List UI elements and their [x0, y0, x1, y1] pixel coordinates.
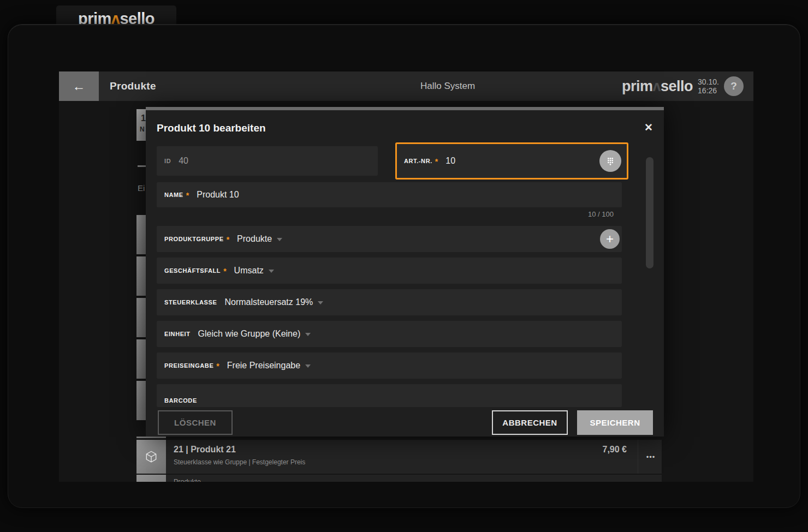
barcode-field[interactable]: BARCODE [157, 384, 622, 407]
row-menu-button[interactable]: ••• [640, 441, 662, 473]
name-field[interactable]: NAME * Produkt 10 [157, 182, 622, 207]
id-value: 40 [179, 156, 188, 166]
plus-icon: + [606, 231, 614, 247]
partial-row-text: 1 [141, 113, 146, 123]
divider-partial [138, 165, 146, 167]
row-divider [638, 440, 638, 474]
required-asterisk: * [223, 267, 226, 276]
app-header: ← Produkte Hallo System primʌsello 30.10… [59, 71, 753, 101]
chevron-down-icon [269, 270, 274, 273]
primasello-logo-header: primʌsello [622, 78, 693, 95]
chevron-down-icon [305, 333, 311, 336]
question-mark-icon: ? [730, 80, 737, 92]
preiseingabe-select[interactable]: PREISEINGABE * Freie Preiseingabe [157, 352, 622, 379]
id-label: ID [164, 158, 171, 164]
artnr-field[interactable]: ART.-NR. * 10 [395, 142, 628, 180]
produktgruppe-value: Produkte [237, 234, 272, 244]
group-tile [136, 475, 166, 482]
screen: primʌsello ← Produkte Hallo System primʌ… [0, 0, 808, 532]
ellipsis-icon: ••• [646, 453, 656, 461]
produktgruppe-select[interactable]: PRODUKTGRUPPE * Produkte [157, 226, 622, 252]
einheit-label: EINHEIT [164, 331, 191, 337]
cube-icon [144, 450, 158, 464]
logo-caret-icon: ʌ [653, 78, 661, 94]
product-row-subtitle: Steuerklasse wie Gruppe | Festgelegter P… [174, 458, 305, 466]
help-button[interactable]: ? [724, 76, 744, 96]
geschaeftsfall-value: Umsatz [234, 266, 264, 276]
einheit-value: Gleich wie Gruppe (Keine) [198, 329, 301, 339]
artnr-value: 10 [445, 156, 455, 166]
edit-product-modal: Produkt 10 bearbeiten ✕ ID 40 ART.-NR. *… [146, 107, 664, 437]
add-group-button[interactable]: + [600, 229, 620, 249]
chevron-down-icon [318, 301, 323, 304]
produktgruppe-label: PRODUKTGRUPPE [164, 236, 224, 242]
close-button[interactable]: ✕ [644, 121, 653, 134]
name-value: Produkt 10 [197, 190, 239, 200]
steuerklasse-select[interactable]: STEUERKLASSE Normalsteuersatz 19% [157, 289, 622, 315]
date-text: 30.10. [698, 77, 719, 86]
logo-text-sello: sello [661, 78, 693, 94]
header-right-cluster: primʌsello 30.10. 16:26 ? [622, 71, 744, 101]
product-row-price: 7,90 € [568, 445, 627, 455]
partial-row-text: N [140, 125, 145, 133]
logo-text-prim: prim [622, 78, 653, 94]
product-row-21[interactable]: 21 | Produkt 21 Steuerklasse wie Gruppe … [136, 440, 662, 474]
einheit-select[interactable]: EINHEIT Gleich wie Gruppe (Keine) [157, 321, 622, 347]
geschaeftsfall-select[interactable]: GESCHÄFTSFALL * Umsatz [157, 258, 622, 284]
dialpad-icon [604, 155, 616, 167]
group-row-produkte[interactable]: Produkte [136, 475, 662, 482]
save-button[interactable]: SPEICHERN [577, 410, 653, 435]
time-text: 16:26 [698, 86, 719, 95]
id-field: ID 40 [157, 146, 378, 176]
steuerklasse-value: Normalsteuersatz 19% [224, 297, 313, 307]
row-edge-partial [136, 437, 166, 438]
artnr-label: ART.-NR. [404, 158, 432, 164]
chevron-down-icon [277, 238, 282, 241]
chevron-down-icon [305, 364, 311, 368]
numpad-button[interactable] [599, 150, 621, 172]
product-tile [136, 440, 166, 474]
name-char-counter: 10 / 100 [588, 210, 614, 218]
required-asterisk: * [216, 362, 219, 370]
back-arrow-icon: ← [73, 79, 86, 94]
name-label: NAME [164, 192, 183, 198]
preiseingabe-value: Freie Preiseingabe [227, 361, 300, 370]
barcode-label: BARCODE [164, 397, 197, 404]
back-button[interactable]: ← [59, 71, 99, 101]
required-asterisk: * [435, 157, 438, 166]
partial-label: Ei [138, 183, 145, 193]
datetime-display: 30.10. 16:26 [698, 77, 719, 95]
geschaeftsfall-label: GESCHÄFTSFALL [164, 267, 221, 274]
modal-scrollbar-thumb[interactable] [646, 157, 653, 268]
required-asterisk: * [227, 235, 229, 244]
page-title: Produkte [110, 71, 156, 101]
delete-button[interactable]: LÖSCHEN [158, 410, 233, 435]
group-row-label: Produkte [174, 478, 201, 482]
preiseingabe-label: PREISEINGABE [164, 362, 213, 369]
cancel-button[interactable]: ABBRECHEN [492, 410, 568, 435]
required-asterisk: * [186, 191, 189, 200]
product-row-title: 21 | Produkt 21 [174, 445, 236, 455]
modal-title: Produkt 10 bearbeiten [157, 122, 266, 134]
close-icon: ✕ [644, 122, 653, 133]
steuerklasse-label: STEUERKLASSE [164, 299, 217, 306]
greeting-text: Hallo System [328, 71, 568, 101]
